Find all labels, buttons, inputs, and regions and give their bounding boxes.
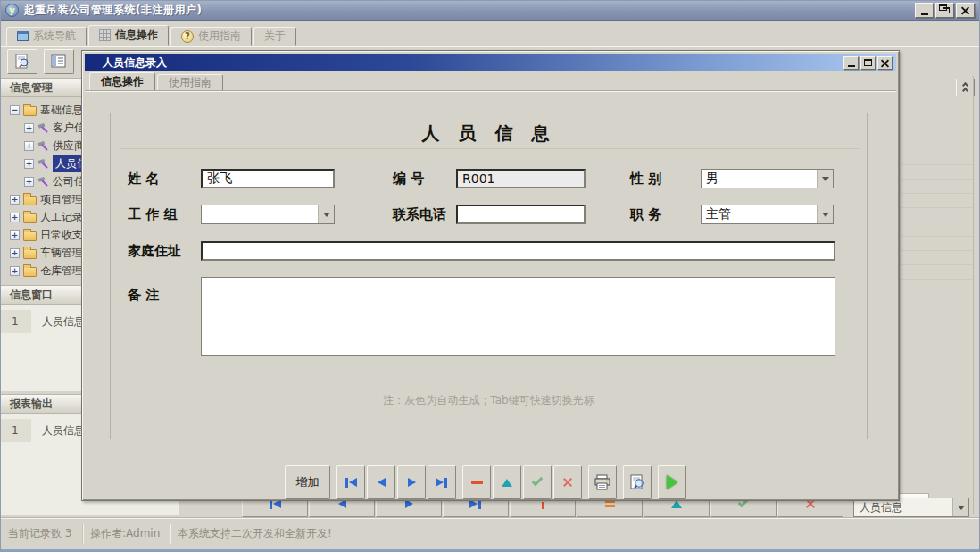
tab-about[interactable]: 关于 [253, 27, 296, 46]
panel-title: 报表输出 [10, 397, 53, 412]
form-title-divider [119, 148, 859, 149]
tree-label: 基础信息 [40, 103, 83, 118]
panel-collapse-button[interactable] [956, 79, 975, 96]
print-button[interactable] [588, 465, 617, 499]
edit-record-button[interactable] [493, 465, 521, 499]
dialog-title: 人员信息录入 [103, 55, 843, 71]
row-label: 人员信息 [31, 423, 85, 439]
tree-label: 仓库管理 [40, 263, 83, 279]
tab-user-guide[interactable]: ? 使用指南 [170, 27, 252, 46]
personnel-entry-dialog: 人员信息录入 信息操作 使用指南 人 员 信 息 姓 名 编 号 性 [81, 50, 900, 501]
first-record-button[interactable] [336, 465, 365, 499]
print-preview-icon [628, 474, 646, 490]
confirm-button[interactable] [523, 465, 552, 499]
tools-icon [37, 140, 49, 152]
help-icon: ? [181, 30, 194, 43]
minimize-button[interactable] [915, 3, 934, 18]
previous-record-button[interactable] [367, 465, 395, 499]
workgroup-label: 工 作 组 [128, 205, 177, 224]
tab-label: 信息操作 [101, 74, 144, 89]
execute-button[interactable] [658, 465, 686, 499]
dialog-tab-strip: 信息操作 使用指南 [89, 72, 223, 91]
app-title: 起重吊装公司管理系统(非注册用户) [24, 3, 915, 18]
restore-icon [943, 7, 950, 13]
dialog-tab-user-guide[interactable]: 使用指南 [157, 74, 223, 91]
last-record-icon [436, 478, 448, 488]
row-number: 1 [1, 310, 31, 333]
workgroup-value[interactable] [202, 205, 318, 223]
panel-divider [973, 76, 974, 514]
remark-label: 备 注 [128, 285, 159, 305]
expand-box-icon[interactable]: + [24, 159, 34, 169]
combo-dropdown-button[interactable] [952, 498, 968, 516]
next-record-button[interactable] [397, 465, 426, 499]
phone-field[interactable] [456, 205, 586, 224]
gender-value[interactable] [702, 170, 817, 188]
dialog-controls [843, 56, 893, 70]
duty-value[interactable] [702, 205, 817, 223]
delete-record-button[interactable] [462, 465, 491, 499]
workgroup-combo[interactable] [201, 205, 335, 224]
print-preview-button[interactable] [623, 465, 652, 499]
dialog-close-button[interactable] [877, 56, 893, 70]
dialog-titlebar: 人员信息录入 [85, 54, 896, 71]
dialog-tab-info-operation[interactable]: 信息操作 [89, 72, 155, 91]
combo-dropdown-button[interactable] [817, 205, 833, 223]
code-label: 编 号 [393, 169, 424, 188]
personnel-form-groupbox: 人 员 信 息 姓 名 编 号 性 别 工 作 组 联系电话 职 务 [110, 113, 868, 439]
dialog-minimize-button[interactable] [843, 56, 859, 70]
duty-label: 职 务 [630, 205, 661, 224]
combo-dropdown-button[interactable] [318, 205, 334, 223]
expand-box-icon[interactable]: + [10, 195, 20, 205]
chevron-down-icon [822, 177, 829, 181]
expand-box-icon[interactable]: + [24, 177, 34, 187]
printer-icon [594, 474, 611, 490]
tab-label: 信息操作 [115, 28, 158, 43]
add-button-label: 增加 [296, 474, 320, 490]
execute-icon [667, 475, 677, 489]
tab-system-nav[interactable]: 系统导航 [6, 27, 87, 46]
expand-box-icon[interactable]: + [24, 123, 34, 133]
expand-box-icon[interactable]: + [10, 230, 20, 240]
dialog-toolbar: 增加 [285, 465, 686, 499]
print-preview-button[interactable] [7, 49, 37, 74]
form-list-button[interactable] [44, 49, 74, 74]
duty-combo[interactable] [701, 205, 834, 224]
tab-label: 关于 [264, 29, 286, 44]
status-message: 本系统支持二次开发和全新开发! [170, 524, 339, 544]
row-number: 1 [1, 419, 31, 442]
folder-icon [23, 231, 37, 241]
close-icon [881, 59, 889, 67]
remark-field[interactable] [201, 277, 835, 356]
edit-record-icon [502, 479, 512, 487]
last-record-button[interactable] [428, 465, 456, 499]
expand-box-icon[interactable]: + [24, 141, 34, 151]
code-field [456, 169, 586, 188]
close-button[interactable] [956, 3, 975, 18]
dialog-tab-divider [85, 91, 896, 92]
dialog-maximize-button[interactable] [860, 56, 876, 70]
expand-box-icon[interactable]: + [10, 213, 20, 222]
gender-label: 性 别 [630, 169, 661, 188]
tab-info-operation[interactable]: 信息操作 [88, 25, 169, 46]
restore-button[interactable] [935, 3, 954, 18]
tree-label: 人工记录 [40, 210, 83, 225]
expand-box-icon[interactable]: + [10, 248, 20, 258]
collapse-box-icon[interactable]: − [10, 105, 20, 115]
name-field[interactable] [201, 169, 335, 188]
status-record-count: 当前记录数 3 [1, 524, 83, 544]
address-field[interactable] [201, 241, 835, 261]
background-grid-rows [901, 151, 973, 280]
cancel-button[interactable] [553, 465, 582, 499]
refresh-icon [605, 500, 615, 507]
tab-label: 使用指南 [198, 29, 241, 44]
expand-box-icon[interactable]: + [10, 266, 20, 276]
tab-label: 系统导航 [33, 29, 76, 44]
grid-icon [99, 29, 111, 41]
delete-record-icon [471, 481, 483, 484]
record-type-value[interactable] [854, 498, 952, 516]
add-record-button[interactable]: 增加 [285, 465, 330, 499]
combo-dropdown-button[interactable] [817, 170, 833, 188]
minimize-icon [848, 65, 855, 67]
gender-combo[interactable] [701, 169, 834, 188]
